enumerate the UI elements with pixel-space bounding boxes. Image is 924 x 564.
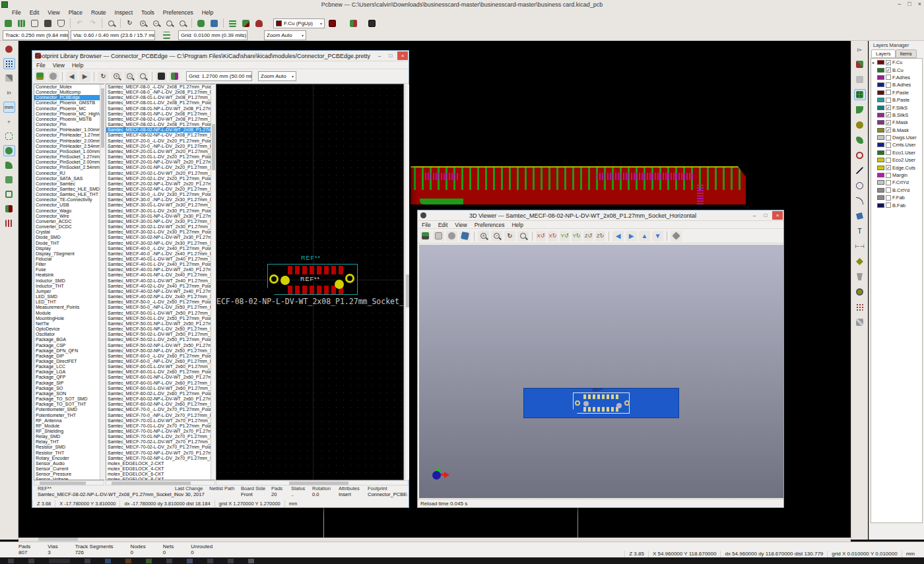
footprint-list-item[interactable]: Samtec_MECF-40-02-L-DV-WT_2x40_P1.27mm_P… xyxy=(106,278,214,284)
layer-visibility-checkbox[interactable] xyxy=(886,203,891,208)
library-list-item[interactable]: Connector_PinHeader_1.27mm xyxy=(34,133,104,138)
browser-grid-combo[interactable]: Grid: 1.2700 mm (50.00 mils) ▾ xyxy=(186,71,252,81)
delete-tool-icon[interactable] xyxy=(854,271,866,282)
next-footprint-icon[interactable]: ▶ xyxy=(79,71,90,82)
render-settings-icon[interactable] xyxy=(446,231,457,241)
layer-row[interactable]: Eco1.User xyxy=(871,149,922,156)
layer-row[interactable]: B.Mask xyxy=(871,127,922,134)
footprint-list-item[interactable]: Samtec_MECF-60-01-NP-L-DV-WT_2x60_P1.27m… xyxy=(106,375,214,380)
3d-viewer-icon[interactable] xyxy=(366,18,378,28)
footprint-list-item[interactable]: Samtec_MECF-70-0_-L-DV_2x70_P1.27mm_Pola… xyxy=(106,407,214,412)
pan-down-icon[interactable]: ▼ xyxy=(652,231,663,241)
library-list-item[interactable]: Package_QFP xyxy=(34,375,104,380)
library-list-item[interactable]: Diode_SMD xyxy=(34,235,104,240)
layer-visibility-checkbox[interactable] xyxy=(886,150,891,155)
layer-color-swatch[interactable] xyxy=(877,150,884,155)
footprint-list-item[interactable]: Samtec_MECF-30-0_-NP-L-DV_2x30_P1.27mm_E… xyxy=(106,197,214,203)
route-track-icon[interactable] xyxy=(854,104,866,115)
local-ratsnest-tool-icon[interactable] xyxy=(854,74,866,85)
print-icon[interactable] xyxy=(42,18,53,28)
add-arc-icon[interactable] xyxy=(854,195,866,206)
menu-item[interactable]: View xyxy=(455,222,467,228)
highlight-net-icon[interactable] xyxy=(209,18,220,28)
library-list-item[interactable]: Connector_Phoenix_GMSTB xyxy=(34,100,104,106)
library-list-item[interactable]: Sensor_Audio xyxy=(34,461,104,466)
layer-color-swatch[interactable] xyxy=(877,158,884,162)
footprint-editor-icon[interactable] xyxy=(240,18,251,28)
footprint-list-item[interactable]: Samtec_MECF-20-02-L-DV-WT_2x20_P1.27mm_P… xyxy=(106,171,214,176)
footprint-list-item[interactable]: Samtec_MECF-60-02-NP-L-DV-WT_2x60_P1.27m… xyxy=(106,396,214,402)
library-list-item[interactable]: Sensor_Current xyxy=(34,466,104,472)
footprint-list-item[interactable]: Samtec_MECF-60-01-L-DV-WT_2x60_P1.27mm_P… xyxy=(106,364,214,369)
library-list-item[interactable]: Jumper xyxy=(34,289,104,294)
zoom-combo[interactable]: Zoom Auto ▾ xyxy=(264,30,306,40)
close-icon[interactable]: × xyxy=(397,51,408,60)
menu-item[interactable]: Place xyxy=(69,9,82,16)
layer-row[interactable]: B.Cu xyxy=(871,66,922,73)
library-list-item[interactable]: Converter_ACDC xyxy=(34,219,104,224)
3d-canvas[interactable]: REF** xyxy=(419,245,783,498)
library-list-item[interactable]: Connector_Samtec_HLE_SMD xyxy=(34,187,104,192)
library-list-item[interactable]: Fuse xyxy=(34,267,104,272)
library-list-item[interactable]: Connector_Phoenix_MC xyxy=(34,106,104,111)
layer-toggle-icon[interactable] xyxy=(327,18,338,28)
layer-visibility-checkbox[interactable] xyxy=(886,82,891,88)
footprint-list-item[interactable]: molex_EDGELOCK_2-CKT xyxy=(106,461,214,466)
taskbar-icon[interactable] xyxy=(49,559,70,563)
windows-taskbar[interactable] xyxy=(0,557,924,564)
library-list-item[interactable]: Connector_Wire xyxy=(34,214,104,219)
minimize-icon[interactable]: – xyxy=(898,1,901,7)
zoom-out-icon[interactable]: − xyxy=(491,231,502,241)
footprint-list-item[interactable]: Samtec_MECF-50-01-NP-L-DV-WT_2x50_P1.27m… xyxy=(106,321,214,327)
layer-color-swatch[interactable] xyxy=(877,68,884,73)
library-list-item[interactable]: Connector_Pin xyxy=(34,122,104,127)
close-icon[interactable]: × xyxy=(918,1,921,7)
library-list-item[interactable]: Package_SO xyxy=(34,386,104,391)
library-list-item[interactable]: Connector_Samtec xyxy=(34,181,104,187)
library-list-item[interactable]: Inductor_THT xyxy=(34,284,104,289)
taskbar-icon[interactable] xyxy=(125,559,131,563)
footprint-list-item[interactable]: Samtec_MECF-50-02-L-DV-WT_2x50_P1.27mm_P… xyxy=(106,332,214,337)
refresh-view-icon[interactable]: ↻ xyxy=(98,71,109,82)
interactive-router-icon[interactable] xyxy=(348,18,359,28)
footprint-list-item[interactable]: Samtec_MECF-20-0_-NP-L-DV_2x20_P1.27mm_E… xyxy=(106,144,214,149)
preview-vscrollbar[interactable] xyxy=(405,84,409,480)
library-list-item[interactable]: Package_DFN_QFN xyxy=(34,348,104,354)
find-icon[interactable] xyxy=(106,18,117,28)
footprint-list-item[interactable]: Samtec_MECF-70-0_-NP-L-DV_2x70_P1.27mm_E… xyxy=(106,413,214,418)
layer-row[interactable]: B.Paste xyxy=(871,96,922,104)
rotate-x-pos-icon[interactable]: X↻ xyxy=(548,231,558,241)
layer-color-swatch[interactable] xyxy=(877,203,884,208)
library-list-item[interactable]: RF_Shielding xyxy=(34,429,104,434)
library-list-item[interactable]: Display_7Segment xyxy=(34,251,104,257)
refresh-view-icon[interactable]: ↻ xyxy=(124,18,135,28)
layer-row[interactable]: Edge.Cuts xyxy=(871,164,922,171)
layer-row[interactable]: Cmts.User xyxy=(871,141,922,148)
library-list-item[interactable]: Potentiometer_THT xyxy=(34,413,104,418)
layer-color-swatch[interactable] xyxy=(877,113,884,117)
zone-filled-icon[interactable] xyxy=(3,174,15,185)
footprint-list-item[interactable]: Samtec_MECF-08-01-NP-L-DV-WT_2x08_P1.27m… xyxy=(106,106,214,111)
menu-item[interactable]: File xyxy=(422,222,431,228)
menu-item[interactable]: Help xyxy=(512,222,523,228)
footprint-list-item[interactable]: Samtec_MECF-30-02-L-DV_2x30_P1.27mm_Pola… xyxy=(106,230,214,235)
footprint-list-item[interactable]: Samtec_MECF-08-02-NP-L-DV-WT_2x08_P1.27m… xyxy=(106,127,214,133)
taskbar-icon[interactable] xyxy=(187,559,193,563)
footprint-list-item[interactable]: Samtec_MECF-60-02-L-DV-WT_2x60_P1.27mm_P… xyxy=(106,386,214,391)
maximize-icon[interactable]: □ xyxy=(760,211,771,220)
footprint-list-item[interactable]: Samtec_MECF-30-01-L-DV_2x30_P1.27mm_Pola… xyxy=(106,208,214,214)
library-list-item[interactable]: Connector_PCBEdge xyxy=(34,95,104,100)
library-list-item[interactable]: Connector_TE-Connectivity xyxy=(34,197,104,203)
select-library-icon[interactable] xyxy=(34,71,46,82)
layer-color-swatch[interactable] xyxy=(877,188,884,193)
layer-color-swatch[interactable] xyxy=(877,180,884,185)
autodelete-track-icon[interactable] xyxy=(3,160,15,171)
layer-color-swatch[interactable] xyxy=(877,166,884,170)
rotate-y-neg-icon[interactable]: Y↺ xyxy=(560,231,570,241)
library-list-item[interactable]: Package_LGA xyxy=(34,369,104,375)
maximize-icon[interactable]: □ xyxy=(908,1,911,7)
layer-row[interactable]: F.Paste xyxy=(871,89,922,96)
library-list-item[interactable]: Connector_Molex xyxy=(34,84,104,90)
footprint-list-item[interactable]: Samtec_MECF-20-02-NP-L-DV_2x20_P1.27mm_S… xyxy=(106,187,214,192)
footprint-list-item[interactable]: Samtec_MECF-30-01-NP-L-DV_2x30_P1.27mm_S… xyxy=(106,219,214,224)
